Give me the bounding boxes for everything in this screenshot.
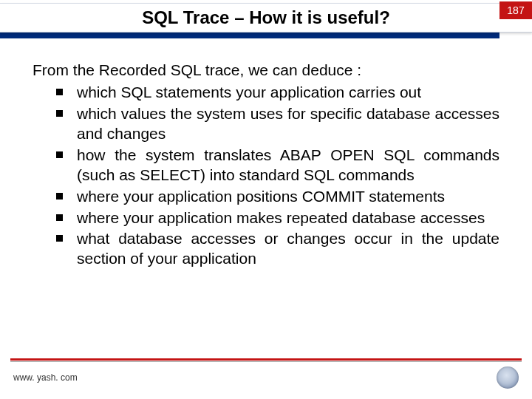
footer-row: www. yash. com [0, 366, 532, 389]
list-item: how the system translates ABAP OPEN SQL … [56, 146, 499, 185]
slide-title: SQL Trace – How it is useful? [142, 7, 390, 28]
list-item: what database accesses or changes occur … [56, 229, 499, 269]
footer-url: www. yash. com [13, 372, 78, 383]
page-number-badge: 187 [499, 1, 532, 19]
footer-rule-red [10, 358, 522, 361]
intro-text: From the Recorded SQL trace, we can dedu… [33, 61, 499, 80]
list-item: where your application makes repeated da… [56, 208, 499, 228]
header-bar: SQL Trace – How it is useful? 187 [0, 0, 532, 35]
footer-rule-grey [10, 361, 522, 362]
page-number: 187 [507, 4, 524, 16]
bullet-list: which SQL statements your application ca… [33, 83, 499, 269]
list-item: which SQL statements your application ca… [56, 83, 499, 103]
slide-body: From the Recorded SQL trace, we can dedu… [0, 38, 532, 269]
list-item: which values the system uses for specifi… [56, 104, 499, 144]
list-item: where your application positions COMMIT … [56, 187, 499, 207]
title-band: SQL Trace – How it is useful? [0, 3, 532, 33]
company-logo-icon [497, 366, 519, 389]
footer: www. yash. com [0, 358, 532, 389]
